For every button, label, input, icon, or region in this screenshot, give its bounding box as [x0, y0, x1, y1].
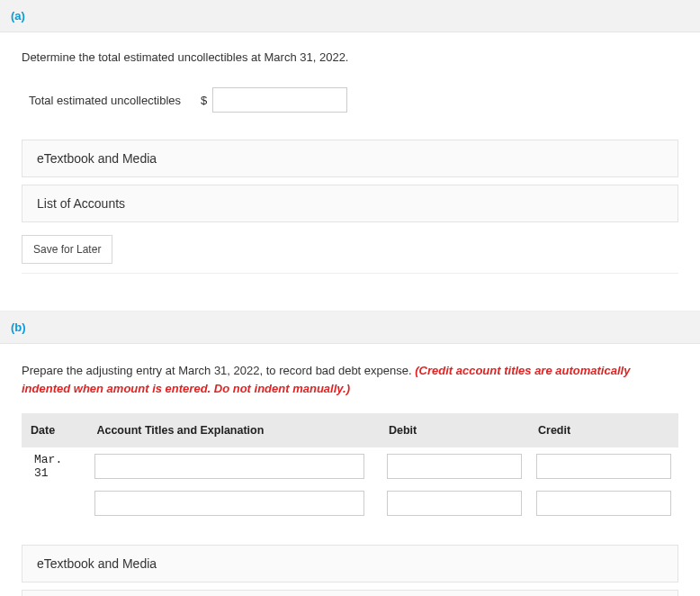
debit-input[interactable] — [387, 454, 522, 479]
journal-row — [22, 485, 678, 521]
part-a-label: (a) — [11, 9, 25, 23]
journal-table: Date Account Titles and Explanation Debi… — [22, 413, 678, 521]
list-of-accounts-panel[interactable]: List of Accounts — [22, 185, 678, 222]
list-of-accounts-panel[interactable]: List of Accounts — [22, 590, 678, 596]
part-b-body: Prepare the adjusting entry at March 31,… — [0, 344, 700, 596]
col-header-credit: Credit — [529, 413, 678, 447]
etextbook-media-panel[interactable]: eTextbook and Media — [22, 140, 678, 177]
journal-date-cell: Mar. 31 — [22, 447, 87, 485]
journal-row: Mar. 31 — [22, 447, 678, 485]
journal-date-cell — [22, 485, 87, 521]
part-b-label: (b) — [11, 321, 26, 334]
col-header-debit: Debit — [380, 413, 529, 447]
account-title-input[interactable] — [94, 491, 364, 516]
section-divider — [0, 288, 700, 312]
save-for-later-button[interactable]: Save for Later — [22, 235, 112, 264]
etextbook-media-panel[interactable]: eTextbook and Media — [22, 545, 678, 582]
debit-input[interactable] — [387, 491, 522, 516]
part-b-header: (b) — [0, 312, 700, 344]
credit-input[interactable] — [536, 491, 671, 516]
uncollectibles-row: Total estimated uncollectibles $ — [29, 87, 678, 113]
uncollectibles-label: Total estimated uncollectibles — [29, 94, 181, 107]
credit-input[interactable] — [536, 454, 671, 479]
col-header-account: Account Titles and Explanation — [87, 413, 380, 447]
col-header-date: Date — [22, 413, 87, 447]
currency-symbol: $ — [201, 94, 207, 107]
part-b-instruction-plain: Prepare the adjusting entry at March 31,… — [22, 364, 415, 377]
part-a-instruction: Determine the total estimated uncollecti… — [22, 50, 678, 64]
journal-header-row: Date Account Titles and Explanation Debi… — [22, 413, 678, 447]
part-a-header: (a) — [0, 0, 700, 32]
uncollectibles-input[interactable] — [212, 87, 347, 113]
part-a-body: Determine the total estimated uncollecti… — [0, 32, 700, 288]
part-a-footer: Save for Later — [22, 230, 678, 274]
account-title-input[interactable] — [94, 454, 364, 479]
part-b-instruction: Prepare the adjusting entry at March 31,… — [22, 362, 678, 397]
part-b: (b) Prepare the adjusting entry at March… — [0, 312, 700, 596]
part-a: (a) Determine the total estimated uncoll… — [0, 0, 700, 288]
